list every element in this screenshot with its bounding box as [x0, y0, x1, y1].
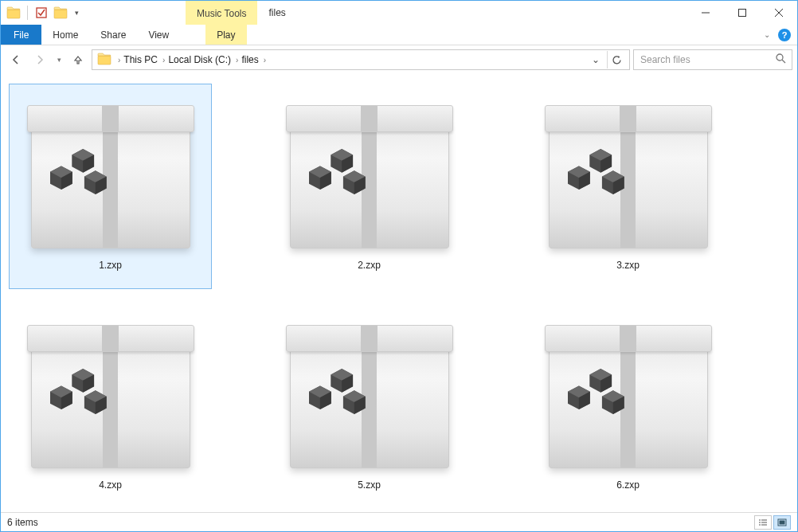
zxp-file-icon — [31, 325, 190, 468]
properties-icon[interactable] — [33, 5, 49, 21]
crumb-this-pc[interactable]: This PC› — [122, 54, 166, 65]
help-icon[interactable]: ? — [778, 29, 791, 41]
tab-file[interactable]: File — [1, 25, 41, 45]
view-toggle — [754, 515, 791, 530]
details-view-button[interactable] — [754, 515, 772, 530]
zxp-file-icon — [31, 105, 190, 248]
up-button[interactable] — [68, 49, 88, 70]
file-item[interactable]: 3.zxp — [526, 84, 730, 289]
file-name: 3.zxp — [616, 260, 640, 271]
file-item[interactable]: 1.zxp — [9, 84, 212, 289]
content-pane[interactable]: 1.zxp2.zxp3.zxp4.zxp5.zxp6.zxp — [1, 74, 797, 512]
svg-rect-18 — [780, 520, 785, 524]
recent-locations-icon[interactable]: ▾ — [53, 49, 65, 70]
back-button[interactable] — [6, 49, 26, 70]
address-bar[interactable]: › This PC› Local Disk (C:)› files› ⌄ — [92, 49, 630, 70]
tab-play[interactable]: Play — [205, 25, 246, 45]
window-controls — [687, 1, 797, 25]
item-count: 6 items — [7, 517, 38, 528]
file-name: 5.zxp — [358, 479, 381, 491]
search-icon[interactable] — [774, 53, 787, 66]
tab-view[interactable]: View — [137, 25, 180, 45]
contextual-tab-area: Music Tools — [186, 1, 257, 25]
large-icons-view-button[interactable] — [773, 515, 791, 530]
qat-dropdown-icon[interactable]: ▾ — [72, 9, 82, 17]
app-folder-icon — [6, 5, 22, 21]
zxp-file-icon — [549, 105, 708, 248]
minimize-button[interactable] — [687, 1, 724, 25]
search-input[interactable] — [639, 53, 774, 66]
new-folder-icon[interactable] — [53, 5, 68, 21]
svg-rect-4 — [37, 8, 46, 18]
zxp-file-icon — [290, 325, 449, 468]
search-box[interactable] — [633, 49, 792, 70]
context-tab-music-tools[interactable]: Music Tools — [186, 1, 257, 25]
crumb-root-chevron[interactable]: › — [116, 56, 122, 65]
separator — [27, 6, 28, 20]
file-name: 2.zxp — [358, 260, 381, 271]
crumb-local-disk[interactable]: Local Disk (C:)› — [166, 54, 240, 65]
status-bar: 6 items — [1, 512, 797, 531]
file-item[interactable]: 4.zxp — [9, 303, 212, 509]
quick-access-toolbar: ▾ — [1, 1, 82, 25]
file-item[interactable]: 6.zxp — [526, 303, 730, 509]
zxp-file-icon — [549, 325, 708, 468]
refresh-button[interactable] — [607, 51, 626, 68]
ribbon-collapse-icon[interactable]: ⌄ — [761, 30, 773, 39]
maximize-button[interactable] — [724, 1, 761, 25]
ribbon-tabs: File Home Share View Play ⌄ ? — [1, 25, 797, 45]
forward-button[interactable] — [29, 49, 50, 70]
address-dropdown-icon[interactable]: ⌄ — [586, 51, 605, 68]
title-bar: ▾ Music Tools files — [1, 1, 797, 25]
tab-home[interactable]: Home — [41, 25, 89, 45]
navbar: ▾ › This PC› Local Disk (C:)› files› ⌄ — [1, 45, 797, 74]
svg-point-9 — [776, 54, 783, 61]
address-folder-icon — [92, 52, 116, 68]
crumb-files[interactable]: files› — [240, 54, 268, 65]
file-item[interactable]: 5.zxp — [268, 303, 471, 509]
window-title: files — [257, 1, 296, 25]
svg-line-10 — [782, 60, 785, 63]
file-name: 6.zxp — [616, 479, 640, 491]
file-item[interactable]: 2.zxp — [268, 84, 471, 289]
close-button[interactable] — [761, 1, 797, 25]
zxp-file-icon — [290, 105, 449, 248]
svg-rect-6 — [739, 10, 746, 17]
file-name: 1.zxp — [99, 260, 122, 271]
tab-share[interactable]: Share — [89, 25, 137, 45]
file-name: 4.zxp — [99, 479, 122, 491]
